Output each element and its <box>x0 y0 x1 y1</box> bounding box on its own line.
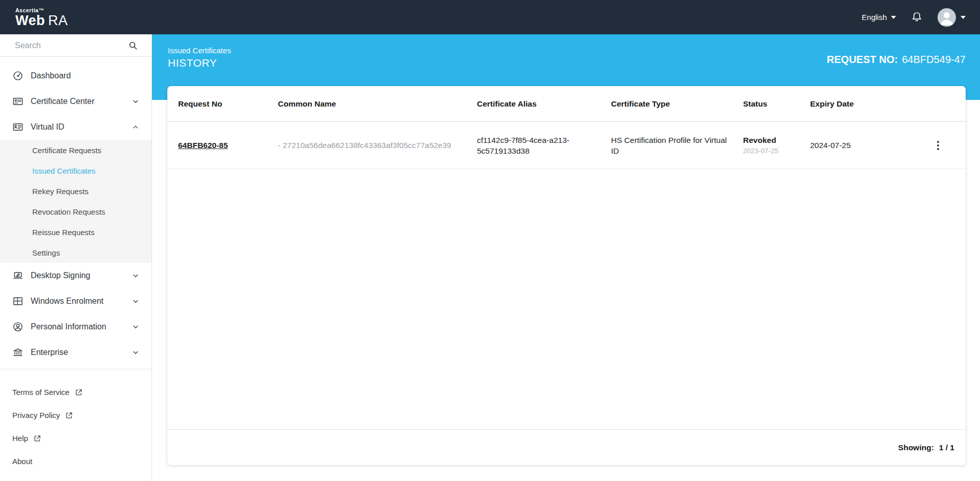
avatar <box>938 8 956 27</box>
notifications-bell-icon[interactable] <box>910 11 923 24</box>
sidebar-item-label: Certificate Center <box>31 97 95 106</box>
table-row: 64BFB620-85 - 27210a56dea662138fc43363af… <box>167 122 966 169</box>
desktop-signing-icon <box>12 270 24 281</box>
sidebar-item-certificate-center[interactable]: Certificate Center <box>0 89 151 114</box>
sidebar: Dashboard Certificate Center <box>0 34 152 481</box>
request-no-link[interactable]: 64BFB620-85 <box>178 141 228 150</box>
certificate-alias-cell: cf1142c9-7f85-4cea-a213-5c5719133d38 <box>477 135 597 156</box>
status-cell: Revoked 2023-07-25 <box>743 136 810 155</box>
column-header-request-no: Request No <box>178 99 278 109</box>
dashboard-icon <box>12 70 24 81</box>
sidebar-item-label: Enterprise <box>31 348 68 357</box>
windows-enrolment-icon <box>12 296 24 307</box>
sidebar-item-label: Virtual ID <box>31 122 64 132</box>
footer-link-label: About <box>12 457 32 466</box>
sidebar-item-label: Desktop Signing <box>31 271 91 280</box>
submenu-item-settings[interactable]: Settings <box>0 242 151 263</box>
sidebar-item-label: Dashboard <box>31 71 71 80</box>
chevron-down-icon <box>131 322 140 331</box>
terms-of-service-link[interactable]: Terms of Service <box>0 381 151 404</box>
help-link[interactable]: Help <box>0 427 151 450</box>
panel-footer: Showing: 1 / 1 <box>167 429 966 465</box>
status-badge: Revoked <box>743 136 810 145</box>
privacy-policy-link[interactable]: Privacy Policy <box>0 404 151 427</box>
status-date: 2023-07-25 <box>743 147 810 155</box>
virtual-id-icon <box>12 121 24 133</box>
expiry-date-cell: 2024-07-25 <box>810 141 921 150</box>
chevron-down-icon <box>131 271 140 280</box>
certificate-center-icon <box>12 96 24 107</box>
page-title: HISTORY <box>168 56 231 70</box>
certificate-type-cell: HS Certification Profile for Virtual ID <box>611 135 731 156</box>
webra-logo[interactable]: Ascertia™ Web RA <box>15 7 68 28</box>
sidebar-item-label: Windows Enrolment <box>31 297 103 306</box>
caret-down-icon <box>961 16 966 19</box>
language-label: English <box>862 13 887 22</box>
submenu-item-label: Revocation Requests <box>32 207 105 216</box>
column-header-certificate-type: Certificate Type <box>611 99 743 109</box>
actions-cell <box>921 139 955 152</box>
footer-link-label: Terms of Service <box>12 388 70 396</box>
submenu-item-revocation-requests[interactable]: Revocation Requests <box>0 201 151 222</box>
breadcrumb: Issued Certificates <box>168 46 231 56</box>
chevron-down-icon <box>131 348 140 357</box>
submenu-item-label: Reissue Requests <box>32 228 95 237</box>
sidebar-item-personal-information[interactable]: Personal Information <box>0 314 151 340</box>
submenu-item-issued-certificates[interactable]: Issued Certificates <box>0 160 151 181</box>
top-navbar: Ascertia™ Web RA English <box>0 0 980 34</box>
sidebar-item-enterprise[interactable]: Enterprise <box>0 340 151 365</box>
certificates-panel: Request No Common Name Certificate Alias… <box>167 86 966 465</box>
column-header-expiry-date: Expiry Date <box>810 99 921 109</box>
external-link-icon <box>65 411 73 420</box>
showing-label: Showing: <box>898 443 934 452</box>
chevron-down-icon <box>131 97 140 106</box>
caret-down-icon <box>891 16 896 19</box>
column-header-common-name: Common Name <box>278 99 477 109</box>
chevron-up-icon <box>131 122 140 132</box>
ascertia-wordmark: Ascertia™ <box>15 7 68 13</box>
submenu-item-label: Certificate Requests <box>32 146 101 155</box>
sidebar-footer-links: Terms of Service Privacy Policy Help <box>0 369 151 473</box>
about-link[interactable]: About <box>0 450 151 473</box>
external-link-icon <box>75 388 83 396</box>
external-link-icon <box>33 434 41 443</box>
footer-link-label: Help <box>12 434 28 443</box>
table-header-row: Request No Common Name Certificate Alias… <box>167 86 966 122</box>
footer-link-label: Privacy Policy <box>12 411 60 420</box>
search-icon[interactable] <box>128 40 138 51</box>
language-selector[interactable]: English <box>862 13 896 22</box>
column-header-status: Status <box>743 99 810 109</box>
navbar-right-group: English <box>862 8 966 27</box>
search-input[interactable] <box>15 41 128 50</box>
common-name-cell: - 27210a56dea662138fc43363af3f05cc77a52e… <box>278 140 454 151</box>
submenu-item-certificate-requests[interactable]: Certificate Requests <box>0 140 151 160</box>
enterprise-icon <box>12 347 24 358</box>
submenu-item-rekey-requests[interactable]: Rekey Requests <box>0 181 151 201</box>
sidebar-item-windows-enrolment[interactable]: Windows Enrolment <box>0 288 151 314</box>
chevron-down-icon <box>131 297 140 306</box>
submenu-item-label: Rekey Requests <box>32 187 89 196</box>
submenu-item-label: Issued Certificates <box>32 166 95 175</box>
personal-information-icon <box>12 321 24 332</box>
column-header-certificate-alias: Certificate Alias <box>477 99 611 109</box>
user-menu[interactable] <box>938 8 966 27</box>
showing-value: 1 / 1 <box>939 443 954 452</box>
sidebar-search <box>0 34 151 57</box>
submenu-item-label: Settings <box>32 248 60 257</box>
sidebar-item-label: Personal Information <box>31 322 106 331</box>
virtual-id-submenu: Certificate Requests Issued Certificates… <box>0 140 151 263</box>
sidebar-item-virtual-id[interactable]: Virtual ID <box>0 114 151 140</box>
sidebar-item-dashboard[interactable]: Dashboard <box>0 63 151 89</box>
kebab-menu-icon[interactable] <box>935 139 941 152</box>
sidebar-item-desktop-signing[interactable]: Desktop Signing <box>0 263 151 288</box>
main-content: Issued Certificates HISTORY REQUEST NO: … <box>152 34 980 481</box>
sidebar-nav: Dashboard Certificate Center <box>0 57 151 473</box>
webra-wordmark: Web RA <box>15 14 68 28</box>
submenu-item-reissue-requests[interactable]: Reissue Requests <box>0 222 151 242</box>
request-no-cell: 64BFB620-85 <box>178 141 278 150</box>
